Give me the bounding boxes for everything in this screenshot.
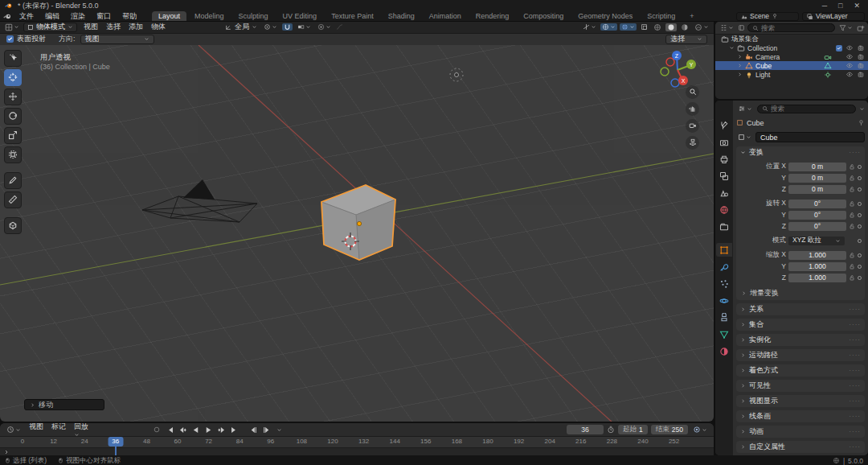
tool-measure[interactable] bbox=[4, 191, 22, 208]
mode-dropdown[interactable]: 物体模式 bbox=[23, 23, 77, 32]
menubar-menu-编辑[interactable]: 编辑 bbox=[39, 11, 65, 21]
outliner-display-mode-button[interactable] bbox=[719, 24, 735, 31]
animate-property-dot[interactable] bbox=[858, 202, 862, 206]
transform-value-field[interactable]: 1.000 bbox=[788, 262, 846, 271]
expand-toggle[interactable] bbox=[737, 54, 743, 60]
outliner-row-camera[interactable]: Camera bbox=[715, 52, 868, 61]
overlay-globe-button[interactable] bbox=[620, 23, 637, 31]
outliner-item-label[interactable]: Light bbox=[755, 71, 821, 79]
transform-value-field[interactable]: 0° bbox=[788, 200, 846, 208]
tool-rotate[interactable] bbox=[4, 108, 22, 125]
properties-tab-particles[interactable] bbox=[716, 277, 732, 290]
lock-icon[interactable] bbox=[849, 212, 855, 219]
playback-play-reverse[interactable] bbox=[190, 425, 201, 434]
lock-icon[interactable] bbox=[849, 263, 855, 270]
transform-value-field[interactable]: 0 m bbox=[788, 185, 846, 194]
stopwatch-icon[interactable] bbox=[607, 426, 615, 434]
transform-value-field[interactable]: 0 m bbox=[788, 174, 846, 183]
panel-header-集合[interactable]: 集合···· bbox=[736, 319, 865, 331]
timeline-menu-标记[interactable]: 标记 bbox=[47, 423, 70, 438]
panel-options-icon[interactable]: ···· bbox=[849, 321, 861, 328]
menubar-menu-窗口[interactable]: 窗口 bbox=[91, 11, 117, 21]
playback-play[interactable] bbox=[203, 425, 214, 434]
render-visibility-toggle[interactable] bbox=[857, 53, 865, 60]
properties-tab-scene[interactable] bbox=[716, 186, 732, 200]
panel-header-可见性[interactable]: 可见性···· bbox=[736, 380, 865, 392]
panel-header-线条画[interactable]: 线条画···· bbox=[736, 410, 865, 422]
show-gizmo-button[interactable] bbox=[581, 23, 598, 31]
properties-tab-world[interactable] bbox=[716, 203, 732, 216]
transform-value-field[interactable]: 0° bbox=[788, 222, 846, 231]
frame-start-field[interactable]: 起始 1 bbox=[618, 425, 648, 434]
panel-header-运动路径[interactable]: 运动路径···· bbox=[736, 349, 865, 361]
render-visibility-toggle[interactable] bbox=[857, 71, 865, 78]
chevron-down-icon[interactable] bbox=[859, 106, 865, 112]
workspace-tab-layout[interactable]: Layout bbox=[152, 11, 186, 21]
outliner-filter-button[interactable] bbox=[837, 24, 854, 31]
lock-icon[interactable] bbox=[849, 163, 855, 171]
panel-options-icon[interactable]: ···· bbox=[849, 397, 861, 405]
timeline-track[interactable] bbox=[0, 447, 714, 455]
viewport-menu-添加[interactable]: 添加 bbox=[125, 22, 147, 32]
shading-solid-button[interactable] bbox=[665, 23, 677, 31]
proportional-edit-button[interactable] bbox=[316, 23, 333, 31]
timeline-menu-回放[interactable]: 回放 bbox=[70, 423, 92, 438]
shading-material-button[interactable] bbox=[679, 23, 690, 31]
auto-keying-button[interactable] bbox=[691, 426, 709, 434]
tool-box-select[interactable] bbox=[4, 50, 22, 67]
animate-property-dot[interactable] bbox=[858, 276, 862, 280]
properties-tab-tool[interactable] bbox=[716, 118, 732, 132]
workspace-tab-geometry-nodes[interactable]: Geometry Nodes bbox=[571, 11, 639, 21]
panel-options-icon[interactable]: ···· bbox=[849, 336, 861, 344]
properties-tab-constraints[interactable] bbox=[716, 311, 732, 324]
properties-search[interactable] bbox=[757, 105, 856, 113]
menubar-menu-文件[interactable]: 文件 bbox=[14, 11, 39, 21]
lock-icon[interactable] bbox=[849, 200, 855, 208]
playhead[interactable]: 36 bbox=[108, 437, 123, 446]
outliner-row-collection[interactable]: Collection bbox=[715, 43, 868, 52]
hide-toggle[interactable] bbox=[845, 62, 854, 69]
properties-tab-data[interactable] bbox=[716, 327, 732, 341]
lock-icon[interactable] bbox=[849, 175, 855, 182]
close-button[interactable]: ✕ bbox=[854, 2, 860, 10]
playback-prev-keyframe[interactable] bbox=[177, 425, 188, 434]
select-mode-dropdown[interactable]: 选择 bbox=[665, 35, 707, 44]
properties-tab-physics[interactable] bbox=[716, 294, 732, 307]
properties-search-input[interactable] bbox=[771, 105, 851, 113]
new-collection-icon[interactable] bbox=[857, 24, 865, 32]
keying-set-icon[interactable] bbox=[151, 425, 162, 434]
panel-options-icon[interactable]: ···· bbox=[849, 367, 861, 374]
playback-jump-to-end[interactable] bbox=[228, 425, 240, 434]
animate-property-dot[interactable] bbox=[858, 165, 862, 169]
pan-button[interactable] bbox=[686, 102, 699, 116]
viewport-3d-canvas[interactable]: 用户透视 (36) Collection | Cube Z Y bbox=[0, 45, 714, 422]
xray-toggle-button[interactable] bbox=[639, 23, 649, 31]
lock-icon[interactable] bbox=[849, 274, 855, 282]
animate-property-dot[interactable] bbox=[858, 213, 862, 217]
workspace-tab-+[interactable]: + bbox=[683, 11, 700, 21]
tool-annotate[interactable] bbox=[4, 172, 22, 189]
viewport-menu-视图[interactable]: 视图 bbox=[80, 22, 102, 32]
panel-options-icon[interactable]: ···· bbox=[849, 413, 861, 420]
direction-dropdown[interactable]: 视图 bbox=[80, 35, 154, 44]
object-id-dropdown[interactable] bbox=[736, 134, 753, 141]
animate-property-dot[interactable] bbox=[858, 239, 862, 243]
panel-options-icon[interactable]: ···· bbox=[849, 443, 861, 451]
workspace-tab-scripting[interactable]: Scripting bbox=[641, 11, 682, 21]
render-visibility-toggle[interactable] bbox=[857, 62, 865, 69]
properties-tab-object[interactable] bbox=[716, 243, 732, 257]
workspace-tab-modeling[interactable]: Modeling bbox=[188, 11, 231, 21]
object-name-input[interactable] bbox=[755, 132, 865, 142]
outliner-item-label[interactable]: 场景集合 bbox=[731, 35, 862, 44]
checkbox-checked-icon[interactable] bbox=[836, 45, 842, 51]
workspace-tab-compositing[interactable]: Compositing bbox=[517, 11, 570, 21]
viewport-menu-物体[interactable]: 物体 bbox=[147, 22, 170, 32]
outliner-search-input[interactable] bbox=[761, 24, 830, 32]
snap-button[interactable] bbox=[282, 23, 293, 31]
outliner-item-label[interactable]: Camera bbox=[755, 53, 821, 61]
expand-channels-icon[interactable] bbox=[3, 449, 10, 455]
hide-toggle[interactable] bbox=[845, 44, 854, 51]
panel-options-icon[interactable]: ···· bbox=[849, 306, 861, 313]
timeline-menu-视图[interactable]: 视图 bbox=[25, 423, 47, 438]
hide-toggle[interactable] bbox=[845, 53, 854, 60]
